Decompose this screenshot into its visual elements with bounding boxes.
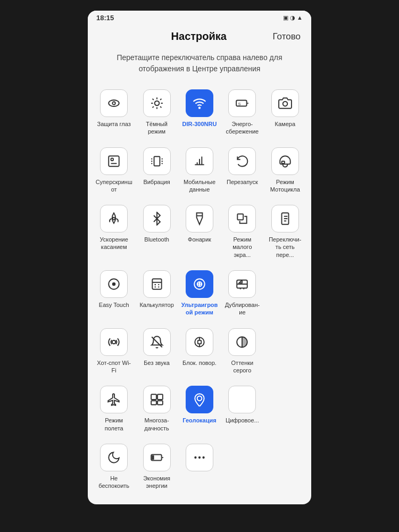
control-item-touch_acc[interactable]: Ускорение касанием [93, 198, 135, 263]
svg-rect-41 [152, 279, 161, 289]
multi-label: Многоза-дачность [138, 417, 175, 432]
control-item-dnd[interactable]: Не беспокоить [93, 437, 135, 494]
svg-rect-65 [157, 401, 163, 405]
multi-icon [143, 386, 171, 413]
control-item-camera[interactable]: Камера [264, 83, 306, 140]
wifi-icon [186, 89, 213, 117]
svg-point-1 [112, 102, 115, 104]
mirror-label: Дублирован-ие [223, 301, 261, 317]
svg-point-2 [154, 101, 159, 106]
svg-point-11 [199, 107, 200, 109]
control-item-battery[interactable]: SЭнерго-сбережение [221, 83, 263, 140]
screenshot-icon [100, 147, 128, 175]
rotation-icon [186, 328, 213, 356]
airplane-icon [100, 386, 128, 413]
bluetooth-label: Bluetooth [144, 236, 169, 243]
battery-label: Энерго-сбережение [223, 120, 261, 136]
mobile-icon [186, 147, 213, 175]
phone-panel: 18:15 ▣ ◑ ▲ Настройка Готово Перетащите … [88, 11, 311, 504]
svg-line-5 [152, 99, 153, 100]
switch_net-label: Переключи-ть сеть пере... [267, 236, 304, 259]
control-item-bluetooth[interactable]: Bluetooth [136, 198, 177, 263]
svg-point-70 [194, 456, 196, 459]
svg-point-66 [197, 396, 202, 401]
mirror-icon [228, 270, 256, 298]
control-item-empty1 [264, 264, 306, 321]
ultra_game-label: Ультраигровой режим [181, 301, 218, 317]
svg-rect-62 [151, 395, 156, 400]
control-item-geo[interactable]: Геолокация [179, 379, 220, 436]
control-item-hotspot[interactable]: Хот-спот Wi-Fi [93, 322, 135, 379]
svg-point-71 [198, 456, 201, 459]
airplane-label: Режим полета [95, 417, 132, 432]
control-item-airplane[interactable]: Режим полета [93, 379, 135, 436]
control-item-empty2 [264, 322, 306, 379]
svg-rect-68 [152, 455, 154, 460]
control-item-mirror[interactable]: Дублирован-ие [221, 264, 263, 321]
done-button[interactable]: Готово [273, 31, 301, 42]
svg-text:S: S [238, 102, 241, 106]
control-item-moto[interactable]: Режим Мотоцикла [264, 141, 306, 198]
battery_save-label: Экономия энергии [138, 475, 175, 490]
svg-line-6 [160, 106, 161, 107]
status-icons: ▣ ◑ ▲ [283, 14, 303, 21]
control-item-silent[interactable]: Без звука [136, 322, 177, 379]
mobile-label: Мобильные данные [181, 178, 218, 194]
greyscale-icon [228, 328, 256, 356]
control-item-small_screen[interactable]: Режим малого экра... [221, 198, 263, 263]
ultra_game-icon [186, 270, 213, 298]
touch_acc-icon [100, 205, 128, 232]
svg-point-40 [112, 282, 116, 286]
svg-point-0 [109, 100, 119, 106]
calculator-label: Калькулятор [139, 301, 173, 309]
control-item-calculator[interactable]: Калькулятор [136, 264, 177, 321]
easy_touch-label: Easy Touch [99, 301, 129, 309]
items-grid: Защита глазТёмный режимDIR-300NRUSЭнерго… [93, 83, 306, 494]
geo-icon [186, 386, 213, 413]
small_screen-icon [228, 205, 256, 232]
control-item-switch_net[interactable]: Переключи-ть сеть пере... [264, 198, 306, 263]
control-item-battery_save[interactable]: Экономия энергии [136, 437, 177, 494]
control-item-more [179, 437, 220, 494]
svg-point-72 [202, 456, 204, 459]
eye-label: Защита глаз [97, 120, 131, 128]
svg-point-15 [282, 102, 287, 106]
control-item-greyscale[interactable]: Оттенки серого [221, 322, 263, 379]
switch_net-icon [271, 205, 299, 232]
easy_touch-icon [100, 270, 128, 298]
touch_acc-label: Ускорение касанием [95, 236, 132, 251]
greyscale-label: Оттенки серого [223, 359, 261, 375]
control-item-wifi[interactable]: DIR-300NRU [179, 83, 220, 140]
camera-label: Камера [275, 120, 295, 128]
dark-label: Тёмный режим [138, 120, 175, 136]
control-item-rotation[interactable]: Блок. повор. [179, 322, 220, 379]
control-item-easy_touch[interactable]: Easy Touch [93, 264, 135, 321]
svg-rect-63 [157, 395, 163, 400]
control-item-ultra_game[interactable]: Ультраигровой режим [179, 264, 220, 321]
control-item-vibration[interactable]: Вибрация [136, 141, 177, 198]
svg-rect-19 [154, 156, 160, 165]
header-title: Настройка [125, 30, 273, 43]
control-item-digital[interactable]: Цифровое... [221, 379, 263, 436]
svg-marker-32 [197, 213, 203, 225]
flashlight-icon [186, 205, 213, 232]
more-icon [186, 444, 213, 471]
geo-label: Геолокация [182, 417, 216, 424]
svg-rect-59 [198, 340, 202, 344]
control-center-grid: Защита глазТёмный режимDIR-300NRUSЭнерго… [88, 83, 311, 494]
control-item-flashlight[interactable]: Фонарик [179, 198, 220, 263]
vibration-icon [143, 147, 171, 175]
svg-rect-16 [109, 156, 119, 167]
control-item-multi[interactable]: Многоза-дачность [136, 379, 177, 436]
control-item-screenshot[interactable]: Суперскринш от [93, 141, 135, 198]
control-item-eye[interactable]: Защита глаз [93, 83, 135, 140]
battery_save-icon [143, 444, 171, 471]
silent-label: Без звука [144, 359, 170, 367]
svg-rect-64 [151, 401, 156, 405]
moto-label: Режим Мотоцикла [267, 178, 304, 194]
control-item-dark[interactable]: Тёмный режим [136, 83, 177, 140]
control-item-mobile[interactable]: Мобильные данные [179, 141, 220, 198]
svg-point-54 [112, 340, 116, 344]
svg-rect-17 [111, 158, 113, 160]
control-item-restart[interactable]: Перезапуск [221, 141, 263, 198]
